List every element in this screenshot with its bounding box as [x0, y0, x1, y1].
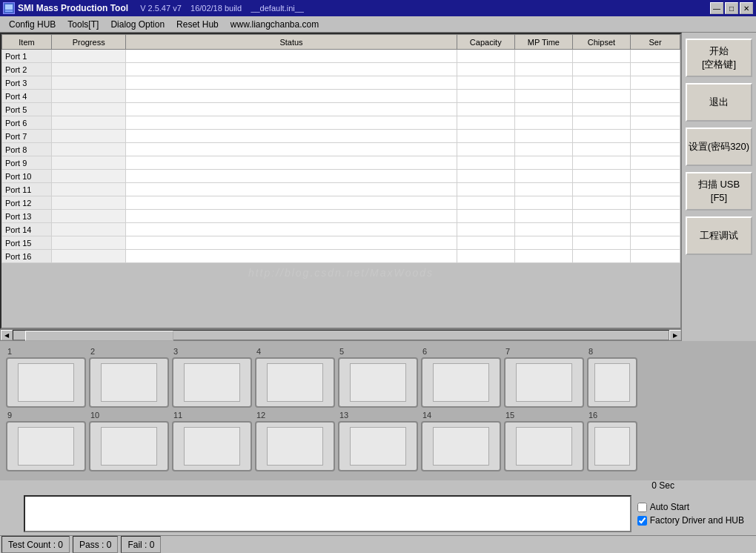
row-status-13: [126, 210, 457, 223]
row-progress-3: [51, 76, 125, 90]
col-capacity: Capacity: [457, 35, 514, 50]
table-row: Port 15: [2, 236, 680, 250]
col-item: Item: [2, 35, 52, 50]
row-capacity-2: [457, 63, 514, 76]
row-item-10: Port 10: [2, 170, 52, 183]
port-box-7[interactable]: [504, 357, 584, 408]
row-item-12: Port 12: [2, 196, 52, 210]
row-item-14: Port 14: [2, 223, 52, 236]
factory-driver-checkbox[interactable]: [637, 516, 647, 526]
port-box-1[interactable]: [6, 357, 86, 408]
row-mptime-2: [514, 63, 572, 76]
port-box-5[interactable]: [338, 357, 418, 408]
port-row-2: 910111213141516: [6, 411, 750, 471]
row-status-12: [126, 196, 457, 210]
horizontal-scrollbar[interactable]: ◀ ▶: [0, 329, 682, 341]
row-mptime-6: [514, 116, 572, 130]
menu-tools[interactable]: Tools[T]: [62, 18, 105, 31]
maximize-button[interactable]: □: [725, 2, 738, 14]
row-chipset-8: [572, 143, 630, 156]
row-progress-7: [51, 130, 125, 143]
scroll-thumb[interactable]: [25, 331, 173, 341]
port-cell-3: 3: [172, 347, 252, 408]
port-num-8: 8: [587, 347, 593, 356]
row-chipset-11: [572, 183, 630, 196]
row-chipset-9: [572, 156, 630, 170]
row-capacity-3: [457, 76, 514, 90]
menu-website[interactable]: www.liangchanba.com: [225, 18, 325, 31]
app-title: SMI Mass Production Tool: [18, 3, 128, 13]
engineering-button[interactable]: 工程调试: [686, 216, 752, 255]
port-box-3[interactable]: [172, 357, 252, 408]
table-row: Port 11: [2, 183, 680, 196]
pass-text: Pass : 0: [79, 540, 111, 550]
port-cell-5: 5: [338, 347, 418, 408]
port-inner-8: [594, 363, 630, 402]
row-progress-16: [51, 250, 125, 263]
port-box-2[interactable]: [89, 357, 169, 408]
menu-config-hub[interactable]: Config HUB: [3, 18, 62, 31]
row-chipset-13: [572, 210, 630, 223]
window-controls[interactable]: — □ ✕: [710, 2, 753, 14]
menu-bar: Config HUB Tools[T] Dialog Option Reset …: [0, 16, 756, 33]
col-progress: Progress: [51, 35, 125, 50]
row-mptime-5: [514, 103, 572, 116]
fail-text: Fail : 0: [127, 540, 154, 550]
settings-button[interactable]: 设置(密码320): [686, 128, 752, 166]
row-capacity-15: [457, 236, 514, 250]
app-icon: [3, 2, 15, 14]
row-capacity-9: [457, 156, 514, 170]
port-box-15[interactable]: [504, 421, 584, 471]
close-button[interactable]: ✕: [740, 2, 753, 14]
port-inner-5: [350, 363, 406, 402]
row-ser-13: [631, 210, 680, 223]
text-input-area[interactable]: [24, 495, 631, 532]
row-chipset-15: [572, 236, 630, 250]
row-ser-6: [631, 116, 680, 130]
row-status-9: [126, 156, 457, 170]
port-num-10: 10: [89, 411, 99, 420]
row-status-8: [126, 143, 457, 156]
port-box-13[interactable]: [338, 421, 418, 471]
port-box-9[interactable]: [6, 421, 86, 471]
port-box-12[interactable]: [255, 421, 335, 471]
row-mptime-12: [514, 196, 572, 210]
row-mptime-16: [514, 250, 572, 263]
row-item-15: Port 15: [2, 236, 52, 250]
scroll-left-arrow[interactable]: ◀: [1, 330, 13, 340]
table-row: Port 5: [2, 103, 680, 116]
port-box-11[interactable]: [172, 421, 252, 471]
minimize-button[interactable]: —: [710, 2, 723, 14]
row-status-11: [126, 183, 457, 196]
menu-dialog-option[interactable]: Dialog Option: [105, 18, 170, 31]
port-box-14[interactable]: [421, 421, 501, 471]
table-container: Item Progress Status Capacity MP Time Ch…: [0, 33, 682, 341]
port-inner-9: [18, 427, 74, 466]
start-button[interactable]: 开始 [空格键]: [686, 39, 752, 77]
port-box-10[interactable]: [89, 421, 169, 471]
table-row: Port 10: [2, 170, 680, 183]
table-row: Port 12: [2, 196, 680, 210]
row-ser-16: [631, 250, 680, 263]
row-chipset-2: [572, 63, 630, 76]
port-cell-6: 6: [421, 347, 501, 408]
row-item-4: Port 4: [2, 90, 52, 103]
port-box-4[interactable]: [255, 357, 335, 408]
port-inner-15: [516, 427, 572, 466]
menu-reset-hub[interactable]: Reset Hub: [170, 18, 225, 31]
title-bar: SMI Mass Production Tool V 2.5.47 v7 16/…: [0, 0, 756, 16]
table-scroll-wrapper[interactable]: Item Progress Status Capacity MP Time Ch…: [0, 33, 682, 329]
row-capacity-11: [457, 183, 514, 196]
port-box-6[interactable]: [421, 357, 501, 408]
row-status-5: [126, 103, 457, 116]
port-box-16[interactable]: [587, 421, 637, 471]
auto-start-checkbox[interactable]: [637, 503, 647, 512]
scan-usb-button[interactable]: 扫描 USB [F5]: [686, 172, 752, 211]
port-box-8[interactable]: [587, 357, 637, 408]
row-status-15: [126, 236, 457, 250]
exit-button[interactable]: 退出: [686, 83, 752, 122]
row-progress-8: [51, 143, 125, 156]
bottom-controls: Auto Start Factory Driver and HUB: [0, 492, 756, 535]
table-row: Port 9: [2, 156, 680, 170]
scroll-right-arrow[interactable]: ▶: [669, 330, 681, 340]
